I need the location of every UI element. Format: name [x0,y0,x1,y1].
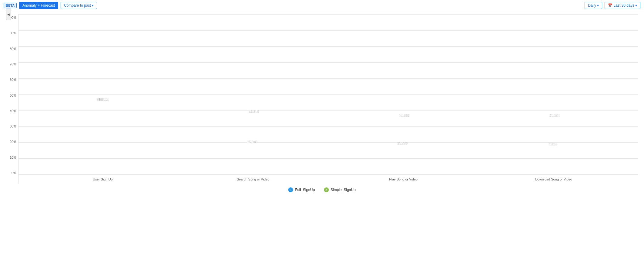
y-label-50: 50% [6,94,18,97]
x-label-2: Play Song or Video [328,177,479,181]
y-label-70: 70% [6,62,18,66]
collapse-button[interactable]: ◀ [6,8,11,20]
legend-dot-blue: 1 [288,187,293,192]
x-label-0: User Sign Up [28,177,178,181]
bar-group-3: 7,61924,354 [479,55,629,175]
anomaly-forecast-button[interactable]: Anomaly + Forecast [19,2,58,9]
y-label-90: 90% [6,31,18,35]
plot-area: 56,67099,44825,24983,84523,55078,8027,61… [18,14,638,184]
chart-container: ◀ 0% 10% 20% 30% 40% 50% 60% 70% 80% 90%… [0,11,644,195]
y-axis: 0% 10% 20% 30% 40% 50% 60% 70% 80% 90% 1… [6,14,18,184]
legend-item-blue: 1 Full_SignUp [288,187,315,192]
x-labels: User Sign UpSearch Song or VideoPlay Son… [18,175,638,184]
blue-bar-value-1: 25,249 [247,140,257,143]
green-bar-value-3: 24,354 [549,113,560,117]
green-bar-value-1: 83,845 [249,109,259,113]
bar-group-1: 25,24983,845 [178,48,328,175]
blue-bar-value-2: 23,550 [397,141,408,145]
compare-to-past-button[interactable]: Compare to past ▾ [61,2,97,9]
daily-dropdown-button[interactable]: Daily ▾ [585,2,602,9]
bar-group-0: 56,67099,448 [28,23,178,175]
legend-dot-green: 2 [324,187,329,192]
legend: 1 Full_SignUp 2 Simple_SignUp [6,184,638,195]
y-label-30: 30% [6,124,18,128]
legend-label-blue: Full_SignUp [295,188,315,192]
right-controls: Daily ▾ 📅 Last 30 days ▾ [585,2,640,9]
green-bar-value-0: 99,448 [98,97,109,101]
green-bar-value-2: 78,802 [399,113,409,117]
y-label-10: 10% [6,156,18,159]
x-label-1: Search Song or Video [178,177,328,181]
blue-bar-value-3: 7,619 [549,142,557,146]
calendar-icon: 📅 [608,3,612,8]
top-bar: BETA Anomaly + Forecast Compare to past … [0,0,644,11]
chart-area: 0% 10% 20% 30% 40% 50% 60% 70% 80% 90% 1… [6,14,638,184]
legend-item-green: 2 Simple_SignUp [324,187,356,192]
y-label-0: 0% [6,171,18,175]
y-label-60: 60% [6,78,18,81]
bar-group-2: 23,55078,802 [328,55,479,175]
y-label-80: 80% [6,47,18,51]
x-label-3: Download Song or Video [479,177,629,181]
date-range-label: Last 30 days ▾ [614,3,637,8]
legend-label-green: Simple_SignUp [331,188,356,192]
y-label-20: 20% [6,140,18,144]
beta-badge: BETA [4,3,17,8]
date-range-button[interactable]: 📅 Last 30 days ▾ [605,2,640,9]
y-label-40: 40% [6,109,18,113]
bars-row: 56,67099,44825,24983,84523,55078,8027,61… [18,14,638,175]
